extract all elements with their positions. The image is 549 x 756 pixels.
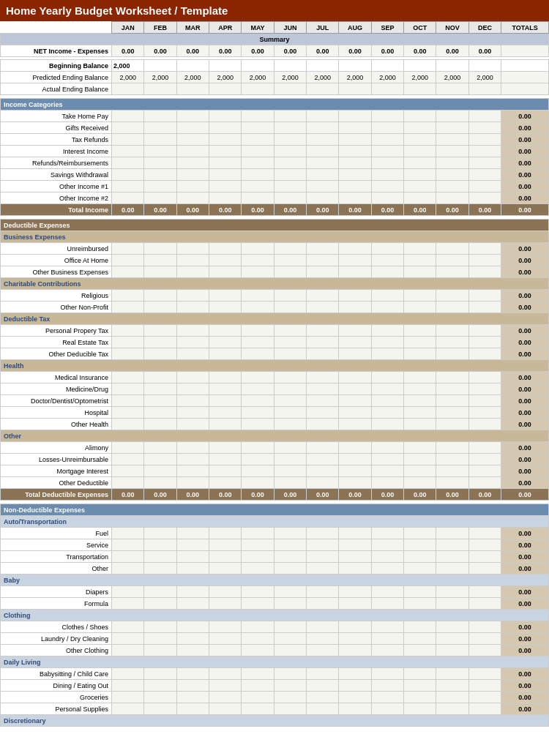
real-estate-label: Real Estate Tax — [1, 337, 112, 348]
net-sep[interactable]: 0.00 — [371, 45, 403, 57]
clothing-label: Clothing — [1, 610, 549, 621]
other-clothing-label: Other Clothing — [1, 645, 112, 656]
ae-sep[interactable] — [371, 83, 403, 95]
net-feb[interactable]: 0.00 — [144, 45, 176, 57]
medical-insurance-label: Medical Insurance — [1, 372, 112, 383]
health-header: Health — [1, 360, 549, 372]
bb-nov — [436, 60, 468, 72]
net-jul[interactable]: 0.00 — [307, 45, 339, 57]
daily-living-header: Daily Living — [1, 656, 549, 668]
net-dec[interactable]: 0.00 — [468, 45, 501, 57]
ae-apr[interactable] — [209, 83, 242, 95]
alimony-row: Alimony 0.00 — [1, 442, 549, 454]
pe-oct[interactable]: 2,000 — [404, 72, 436, 83]
ae-totals[interactable] — [501, 83, 549, 95]
ae-jan[interactable] — [112, 83, 144, 95]
bb-dec — [468, 60, 501, 72]
page-title: Home Yearly Budget Worksheet / Template — [6, 4, 228, 17]
pe-mar[interactable]: 2,000 — [176, 72, 209, 83]
formula-row: Formula 0.00 — [1, 598, 549, 610]
dining-row: Dining / Eating Out 0.00 — [1, 680, 549, 692]
mortgage-label: Mortgage Interest — [1, 465, 112, 477]
net-apr[interactable]: 0.00 — [209, 45, 242, 57]
health-label: Health — [1, 360, 549, 372]
ae-nov[interactable] — [436, 83, 468, 95]
daily-living-label: Daily Living — [1, 656, 549, 668]
col-jan: JAN — [112, 22, 144, 34]
net-oct[interactable]: 0.00 — [404, 45, 436, 57]
laundry-row: Laundry / Dry Cleaning 0.00 — [1, 633, 549, 645]
clothes-shoes-label: Clothes / Shoes — [1, 621, 112, 633]
groceries-label: Groceries — [1, 692, 112, 703]
real-estate-row: Real Estate Tax 0.00 — [1, 337, 549, 348]
beginning-balance-value[interactable]: 2,000 — [112, 60, 144, 72]
ae-mar[interactable] — [176, 83, 209, 95]
business-expenses-header: Business Expenses — [1, 231, 549, 243]
baby-header: Baby — [1, 575, 549, 586]
pe-jun[interactable]: 2,000 — [274, 72, 306, 83]
hospital-row: Hospital 0.00 — [1, 407, 549, 419]
pe-dec[interactable]: 2,000 — [468, 72, 501, 83]
pe-apr[interactable]: 2,000 — [209, 72, 242, 83]
pe-feb[interactable]: 2,000 — [144, 72, 176, 83]
net-may[interactable]: 0.00 — [242, 45, 274, 57]
ae-jul[interactable] — [307, 83, 339, 95]
formula-label: Formula — [1, 598, 112, 610]
pe-sep[interactable]: 2,000 — [371, 72, 403, 83]
ae-dec[interactable] — [468, 83, 501, 95]
pe-may[interactable]: 2,000 — [242, 72, 274, 83]
pe-jul[interactable]: 2,000 — [307, 72, 339, 83]
beginning-balance-row: Beginning Balance 2,000 — [1, 60, 549, 72]
pe-aug[interactable]: 2,000 — [339, 72, 371, 83]
other-clothing-row: Other Clothing 0.00 — [1, 645, 549, 656]
pe-totals[interactable] — [501, 72, 549, 83]
bb-sep — [371, 60, 403, 72]
pe-jan[interactable]: 2,000 — [112, 72, 144, 83]
col-jun: JUN — [274, 22, 306, 34]
baby-label: Baby — [1, 575, 549, 586]
net-jan[interactable]: 0.00 — [112, 45, 144, 57]
net-nov[interactable]: 0.00 — [436, 45, 468, 57]
babysitting-row: Babysitting / Child Care 0.00 — [1, 668, 549, 680]
net-mar[interactable]: 0.00 — [176, 45, 209, 57]
other-deductible-header: Other — [1, 430, 549, 442]
col-totals: TOTALS — [501, 22, 549, 34]
other-deductible-item-label: Other Deductible — [1, 477, 112, 489]
income-take-home: Take Home Pay 0.00 — [1, 111, 549, 122]
total-deductible-row: Total Deductible Expenses 0.000.000.000.… — [1, 489, 549, 501]
net-jun[interactable]: 0.00 — [274, 45, 306, 57]
bb-oct — [404, 60, 436, 72]
ae-may[interactable] — [242, 83, 274, 95]
charitable-label: Charitable Contributions — [1, 278, 549, 290]
clothes-shoes-row: Clothes / Shoes 0.00 — [1, 621, 549, 633]
service-label: Service — [1, 539, 112, 551]
auto-header: Auto/Transportation — [1, 516, 549, 528]
income-gifts: Gifts Received 0.00 — [1, 122, 549, 134]
net-totals[interactable] — [501, 45, 549, 57]
laundry-label: Laundry / Dry Cleaning — [1, 633, 112, 645]
doctor-label: Doctor/Dentist/Optometrist — [1, 395, 112, 407]
summary-header-row: Summary — [1, 34, 549, 45]
nonprofit-label: Other Non-Profit — [1, 302, 112, 313]
nondeductible-label: Non-Deductible Expenses — [1, 504, 549, 516]
unreimbursed-row: Unreimbursed 0.00 — [1, 243, 549, 255]
col-dec: DEC — [468, 22, 501, 34]
col-oct: OCT — [404, 22, 436, 34]
ae-feb[interactable] — [144, 83, 176, 95]
income-section-header: Income Categories — [1, 99, 549, 111]
ae-aug[interactable] — [339, 83, 371, 95]
auto-label: Auto/Transportation — [1, 516, 549, 528]
other-deductible-row: Other Deductible 0.00 — [1, 477, 549, 489]
deductible-tax-header: Deductible Tax — [1, 313, 549, 325]
other-deducible-label: Other Deducible Tax — [1, 348, 112, 360]
other-business-label: Other Business Expenses — [1, 266, 112, 278]
col-apr: APR — [209, 22, 242, 34]
clothing-header: Clothing — [1, 610, 549, 621]
discretionary-header: Discretionary — [1, 715, 549, 727]
ae-jun[interactable] — [274, 83, 306, 95]
ae-oct[interactable] — [404, 83, 436, 95]
net-aug[interactable]: 0.00 — [339, 45, 371, 57]
col-nov: NOV — [436, 22, 468, 34]
pe-nov[interactable]: 2,000 — [436, 72, 468, 83]
diapers-row: Diapers 0.00 — [1, 586, 549, 598]
